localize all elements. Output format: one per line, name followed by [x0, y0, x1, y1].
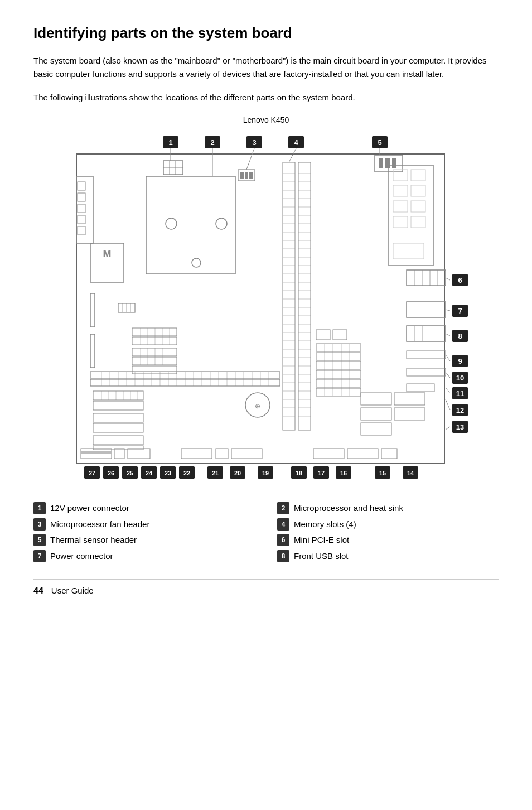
svg-rect-58 [78, 204, 85, 213]
svg-rect-146 [407, 351, 446, 359]
svg-text:26: 26 [108, 470, 114, 476]
svg-text:25: 25 [127, 470, 133, 476]
svg-rect-234 [316, 344, 361, 351]
svg-text:16: 16 [340, 470, 347, 476]
svg-point-66 [192, 258, 201, 267]
part-number-badge: 7 [33, 550, 46, 562]
svg-rect-136 [392, 158, 396, 168]
parts-list-item: 2Microprocessor and heat sink [277, 502, 499, 515]
svg-text:15: 15 [379, 470, 386, 476]
svg-rect-196 [93, 423, 143, 432]
svg-rect-221 [132, 337, 177, 345]
part-number-badge: 8 [277, 550, 289, 562]
part-number-badge: 5 [33, 534, 46, 546]
svg-rect-134 [379, 158, 383, 168]
parts-list-item: 3Microprocessor fan header [33, 518, 255, 531]
svg-text:17: 17 [318, 470, 325, 476]
svg-line-215 [446, 388, 450, 393]
svg-rect-150 [394, 393, 425, 405]
svg-text:2: 2 [210, 138, 214, 147]
svg-rect-247 [393, 170, 408, 181]
svg-text:1: 1 [168, 138, 172, 147]
svg-rect-218 [90, 293, 95, 327]
svg-rect-220 [132, 328, 177, 336]
svg-rect-202 [240, 172, 244, 179]
part-label: Mini PCI-E slot [294, 534, 349, 547]
svg-rect-159 [216, 449, 228, 459]
svg-text:18: 18 [296, 470, 302, 476]
page-title: Identifying parts on the system board [33, 22, 499, 44]
svg-rect-148 [407, 384, 434, 392]
svg-rect-195 [93, 413, 143, 422]
svg-rect-59 [78, 215, 85, 224]
part-number-badge: 4 [277, 518, 289, 531]
svg-line-213 [446, 355, 450, 361]
svg-line-212 [446, 334, 450, 336]
svg-line-208 [289, 148, 296, 162]
part-label: Front USB slot [294, 550, 349, 563]
intro-paragraph-2: The following illustrations show the loc… [33, 91, 499, 104]
svg-text:14: 14 [407, 470, 414, 476]
part-number-badge: 3 [33, 518, 46, 531]
svg-text:M: M [103, 248, 112, 259]
svg-rect-56 [78, 182, 85, 190]
svg-rect-204 [249, 172, 253, 179]
svg-text:7: 7 [458, 307, 462, 315]
svg-rect-219 [90, 334, 95, 368]
svg-text:11: 11 [456, 389, 464, 398]
svg-text:⊕: ⊕ [255, 402, 260, 410]
svg-rect-155 [81, 451, 112, 454]
svg-text:19: 19 [262, 470, 269, 476]
svg-rect-135 [385, 158, 390, 168]
svg-text:9: 9 [458, 357, 462, 365]
svg-text:23: 23 [165, 470, 171, 476]
intro-paragraph-1: The system board (also known as the "mai… [33, 54, 499, 81]
svg-rect-197 [93, 436, 143, 445]
svg-point-64 [166, 218, 177, 229]
svg-rect-72 [298, 162, 311, 430]
svg-rect-255 [393, 243, 424, 259]
svg-line-217 [446, 427, 450, 430]
svg-rect-160 [231, 449, 262, 459]
svg-rect-156 [114, 449, 124, 459]
svg-rect-250 [411, 185, 425, 196]
part-label: Memory slots (4) [294, 518, 356, 531]
svg-line-214 [446, 372, 450, 378]
svg-rect-163 [381, 449, 397, 459]
parts-list-item: 7Power connector [33, 550, 255, 563]
page-number: 44 [33, 584, 43, 597]
svg-rect-162 [347, 449, 378, 459]
part-label: Thermal sensor header [50, 534, 137, 547]
parts-list: 112V power connector2Microprocessor and … [33, 502, 499, 562]
svg-rect-248 [411, 170, 425, 181]
svg-rect-151 [361, 408, 391, 420]
svg-rect-233 [132, 366, 177, 374]
part-label: 12V power connector [50, 502, 129, 515]
svg-text:3: 3 [252, 138, 256, 147]
svg-rect-60 [78, 226, 85, 235]
svg-rect-236 [316, 361, 361, 369]
svg-rect-235 [316, 353, 361, 360]
svg-rect-237 [316, 370, 361, 378]
svg-text:6: 6 [458, 276, 462, 285]
svg-rect-251 [393, 201, 408, 212]
parts-list-item: 8Front USB slot [277, 550, 499, 563]
page-label: User Guide [51, 585, 94, 597]
svg-rect-143 [407, 326, 446, 341]
part-number-badge: 6 [277, 534, 289, 546]
svg-text:13: 13 [456, 423, 464, 431]
svg-rect-57 [78, 193, 85, 201]
svg-text:5: 5 [378, 138, 381, 147]
svg-rect-252 [411, 201, 425, 212]
svg-rect-254 [411, 216, 425, 228]
system-board-diagram: 1 2 3 4 5 6 7 8 9 10 11 12 13 27 26 25 2… [60, 132, 472, 489]
svg-line-207 [246, 148, 254, 170]
svg-rect-147 [407, 368, 446, 376]
svg-rect-187 [93, 391, 143, 400]
svg-line-216 [446, 399, 450, 410]
svg-rect-149 [361, 393, 391, 405]
svg-rect-194 [93, 401, 143, 410]
part-label: Power connector [50, 550, 113, 563]
svg-rect-227 [132, 348, 177, 356]
svg-rect-238 [316, 379, 361, 387]
